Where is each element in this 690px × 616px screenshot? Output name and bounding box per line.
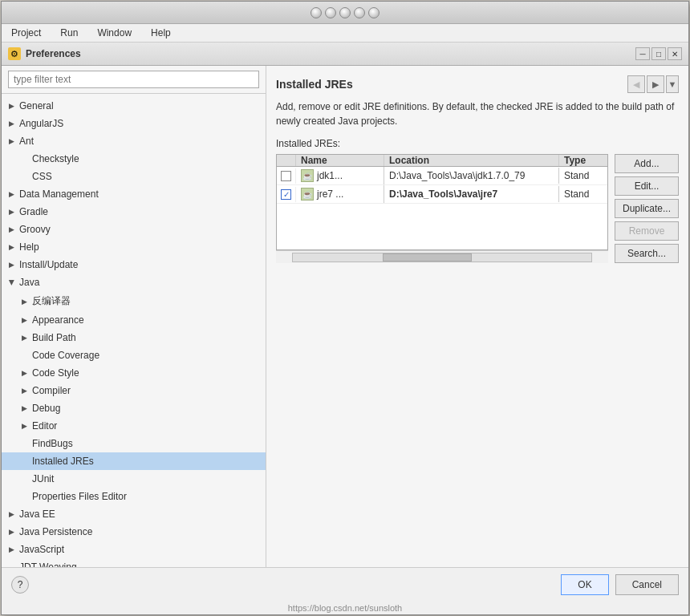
- preferences-dialog: Project Run Window Help ⚙ Preferences ─ …: [1, 1, 689, 615]
- section-label: Installed JREs:: [276, 138, 679, 149]
- tree-item-java-decompiler[interactable]: 反编译器: [2, 291, 266, 311]
- menu-help[interactable]: Help: [148, 26, 174, 40]
- tree-item-appearance[interactable]: Appearance: [2, 311, 266, 329]
- col-check-header: [277, 155, 296, 166]
- jre-location: D:\Java_Tools\Java\jdk1.7.0_79: [384, 168, 559, 184]
- close-button[interactable]: ✕: [668, 47, 682, 60]
- jre-type: Stand: [559, 168, 607, 184]
- bottom-right-buttons: OK Cancel: [561, 574, 679, 595]
- table-row[interactable]: ✓☕jre7 ...D:\Java_Tools\Java\jre7Stand: [277, 185, 607, 204]
- tree-item-editor[interactable]: Editor: [2, 417, 266, 435]
- filter-input[interactable]: [8, 71, 259, 88]
- checkbox-checked[interactable]: ✓: [281, 189, 291, 200]
- tree-item-checkstyle[interactable]: Checkstyle: [2, 150, 266, 168]
- jre-table: Name Location Type ☕jdk1...D:\Java_Tools: [276, 154, 608, 250]
- checkbox-unchecked[interactable]: [281, 171, 291, 181]
- window-controls: ─ □ ✕: [635, 47, 682, 60]
- help-button[interactable]: ?: [11, 576, 29, 594]
- tree-item-installed-jres[interactable]: Installed JREs: [2, 452, 266, 470]
- col-type-header: Type: [559, 155, 607, 166]
- right-panel: Installed JREs ◀ ▶ ▼ Add, remove or edit…: [266, 66, 688, 567]
- col-name-header: Name: [296, 155, 384, 166]
- tree-item-junit[interactable]: JUnit: [2, 470, 266, 488]
- tree-item-groovy[interactable]: Groovy: [2, 221, 266, 238]
- table-container: Name Location Type ☕jdk1...D:\Java_Tools: [276, 154, 679, 263]
- top-dot-1: [310, 7, 322, 18]
- duplicate-button[interactable]: Duplicate...: [615, 199, 679, 218]
- watermark: https://blog.csdn.net/sunsloth: [2, 602, 688, 614]
- tree-item-data-management[interactable]: Data Management: [2, 185, 266, 203]
- filter-box: [2, 66, 266, 94]
- search-button[interactable]: Search...: [615, 244, 679, 263]
- tree-item-jdt-weaving[interactable]: JDT Weaving: [2, 558, 266, 567]
- tree-item-build-path[interactable]: Build Path: [2, 329, 266, 346]
- nav-dropdown-button[interactable]: ▼: [666, 75, 679, 93]
- tree-item-css[interactable]: CSS: [2, 168, 266, 185]
- tree-item-javascript[interactable]: JavaScript: [2, 541, 266, 558]
- menu-window[interactable]: Window: [94, 26, 135, 40]
- nav-buttons: ◀ ▶ ▼: [627, 75, 679, 93]
- minimize-button[interactable]: ─: [635, 47, 650, 60]
- table-wrapper: Name Location Type ☕jdk1...D:\Java_Tools: [276, 154, 608, 263]
- tree-item-install-update[interactable]: Install/Update: [2, 256, 266, 274]
- tree-item-ant[interactable]: Ant: [2, 132, 266, 150]
- jre-name: jre7 ...: [317, 188, 343, 200]
- ok-button[interactable]: OK: [561, 574, 608, 595]
- description-text: Add, remove or edit JRE definitions. By …: [276, 99, 679, 128]
- tree-item-properties-files-editor[interactable]: Properties Files Editor: [2, 488, 266, 505]
- jre-type: Stand: [559, 186, 607, 202]
- title-bar: ⚙ Preferences ─ □ ✕: [2, 43, 688, 66]
- jre-icon: ☕: [301, 188, 314, 201]
- menu-project[interactable]: Project: [8, 26, 44, 40]
- nav-forward-button[interactable]: ▶: [647, 75, 664, 93]
- side-buttons: Add... Edit... Duplicate... Remove Searc…: [615, 154, 679, 263]
- top-bar: [2, 2, 688, 24]
- menu-bar: Project Run Window Help: [2, 24, 688, 43]
- tree-item-code-style[interactable]: Code Style: [2, 364, 266, 382]
- top-dot-4: [354, 7, 365, 18]
- tree-area[interactable]: GeneralAngularJSAntCheckstyleCSSData Man…: [2, 94, 266, 567]
- tree-item-compiler[interactable]: Compiler: [2, 382, 266, 399]
- tree-item-java-ee[interactable]: Java EE: [2, 505, 266, 523]
- cancel-button[interactable]: Cancel: [615, 574, 679, 595]
- tree-item-help[interactable]: Help: [2, 238, 266, 256]
- table-body: ☕jdk1...D:\Java_Tools\Java\jdk1.7.0_79St…: [277, 167, 607, 249]
- horizontal-scrollbar[interactable]: [276, 250, 608, 263]
- tree-item-general[interactable]: General: [2, 97, 266, 115]
- h-scrollbar-track[interactable]: [292, 253, 592, 262]
- title-bar-left: ⚙ Preferences: [8, 47, 81, 60]
- top-dot-5: [368, 7, 380, 18]
- h-scrollbar-thumb[interactable]: [383, 253, 473, 261]
- tree-item-java[interactable]: Java: [2, 274, 266, 291]
- tree-item-gradle[interactable]: Gradle: [2, 203, 266, 221]
- maximize-button[interactable]: □: [651, 47, 666, 60]
- tree-item-angularjs[interactable]: AngularJS: [2, 115, 266, 132]
- top-dot-2: [325, 7, 336, 18]
- preferences-icon: ⚙: [8, 47, 21, 60]
- remove-button[interactable]: Remove: [615, 221, 679, 241]
- table-header: Name Location Type: [277, 155, 607, 167]
- bottom-bar: ? OK Cancel: [2, 567, 688, 602]
- edit-button[interactable]: Edit...: [615, 176, 679, 196]
- table-row[interactable]: ☕jdk1...D:\Java_Tools\Java\jdk1.7.0_79St…: [277, 167, 607, 185]
- tree-item-findbugs[interactable]: FindBugs: [2, 435, 266, 452]
- jre-name: jdk1...: [317, 170, 343, 181]
- tree-item-java-persistence[interactable]: Java Persistence: [2, 523, 266, 541]
- add-button[interactable]: Add...: [615, 154, 679, 173]
- tree-item-debug[interactable]: Debug: [2, 399, 266, 417]
- nav-back-button[interactable]: ◀: [627, 75, 645, 93]
- top-dot-3: [339, 7, 351, 18]
- jre-icon: ☕: [301, 169, 314, 182]
- jre-location: D:\Java_Tools\Java\jre7: [384, 186, 559, 202]
- left-panel: GeneralAngularJSAntCheckstyleCSSData Man…: [2, 66, 266, 567]
- right-panel-title: Installed JREs: [276, 78, 353, 91]
- main-content: GeneralAngularJSAntCheckstyleCSSData Man…: [2, 66, 688, 567]
- tree-item-code-coverage[interactable]: Code Coverage: [2, 346, 266, 364]
- right-header: Installed JREs ◀ ▶ ▼: [276, 75, 679, 93]
- menu-run[interactable]: Run: [57, 26, 81, 40]
- col-location-header: Location: [384, 155, 559, 166]
- window-title: Preferences: [26, 48, 81, 59]
